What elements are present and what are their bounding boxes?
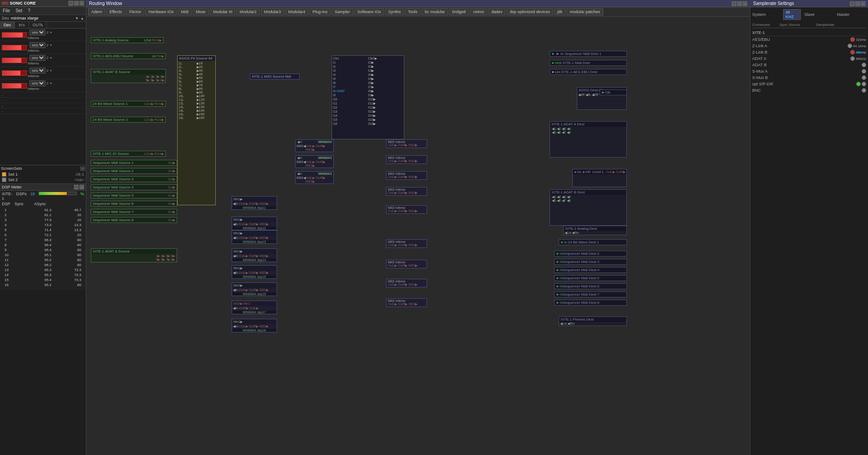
tab-outs[interactable]: OUTs (29, 22, 47, 28)
sr-opt-zlinka[interactable]: Z-Link A 44.1kHz (752, 43, 866, 49)
routing-close[interactable]: × (743, 1, 747, 6)
nav-tab-modular3[interactable]: Modular3 (261, 8, 284, 15)
minimize-btn[interactable]: _ (69, 1, 73, 5)
nav-tab-celmo[interactable]: celmo (470, 8, 487, 15)
source-adatA[interactable]: XITE-1 ADAT A Source 1▶ 2▶ 3▶ 4▶ 5▶ 6▶ 7… (91, 248, 177, 262)
node-inferno-right-7[interactable]: MIDI Inferno OutL▶ OutR▶ MIDI▶ (386, 260, 427, 268)
node-inferno-right-3[interactable]: MIDI Inferno OutL▶ OutR▶ MIDI▶ (386, 171, 427, 180)
dest-seqmidi4[interactable]: ►In Sequencer Midi Dest 4 (554, 267, 627, 273)
channel-fader-1[interactable] (2, 32, 27, 38)
routing-minimize[interactable]: _ (732, 1, 736, 6)
sr-opt-bnc[interactable]: BNC (752, 87, 866, 94)
nav-tab-modular4[interactable]: Modular4 (285, 8, 309, 15)
dest-analog[interactable]: XITE-1 Analog Dest ◀Lin ◀Rin (563, 226, 627, 235)
nav-tab-sampler[interactable]: Sampler (332, 8, 353, 15)
nav-tab-effects[interactable]: Effects (106, 8, 125, 15)
nav-tab-dsp-optimized-devices[interactable]: dsp optimized devices (506, 8, 553, 15)
dest-aesebu[interactable]: ►Lin XITE-1 AES-EBU Dest (550, 69, 627, 75)
omni-select-4[interactable]: omni (30, 68, 45, 74)
source-wave1[interactable]: 24 Bit Wave Source 1 LOut▶ ROut▶ (91, 101, 166, 107)
close-btn[interactable]: × (79, 1, 84, 5)
dest-wave1[interactable]: ►In 24 Bit Wave Dest 1 (559, 239, 627, 245)
maximize-btn[interactable]: □ (74, 1, 79, 5)
node-dsp14[interactable]: Min1▶ ◀In OutL▶ OutR▶ MIDI▶ MINIMAX dsp1… (232, 248, 277, 262)
node-dsp18[interactable]: Min1▶ ◀In OutL▶ OutR▶ MIDI▶ MINIMAX dsp1… (232, 319, 277, 332)
tab-dev[interactable]: Dev (0, 22, 15, 28)
channel-fader-4[interactable] (2, 70, 27, 76)
nav-tab-modular-iii[interactable]: Modular III (210, 8, 236, 15)
sr-rate-96[interactable]: 96kHz (856, 57, 866, 61)
sr-opt-smuxB[interactable]: S-Mux B (752, 74, 866, 81)
node-xite1midi-src[interactable]: XITE-1 MIDI Source Mdi (250, 74, 300, 79)
node-asio2fit[interactable]: ASIO2-Fit Source 64 1L▶1R 2L▶2R 3L▶3R 4L… (177, 55, 216, 205)
source-seq1[interactable]: Sequencer Midi Source 1 Out▶ (91, 160, 177, 166)
nav-tab-plug-ins[interactable]: Plug-Ins (309, 8, 331, 15)
sr-rate-441[interactable]: 44.1kHz (853, 44, 866, 48)
dest-level[interactable]: ►InL ►InR Level L OutL▶ OutR▶ (572, 169, 627, 187)
nav-tab-tools[interactable]: Tools (405, 8, 421, 15)
nav-tab-hardware-ios[interactable]: Hardware IOs (145, 8, 177, 15)
nav-tab-midi[interactable]: Midi (178, 8, 192, 15)
menu-help[interactable]: ? (27, 8, 31, 14)
dsp-meter-min[interactable]: _ (74, 185, 79, 189)
node-inferno-right-5[interactable]: MIDI Inferno OutL▶ OutR▶ MIDI▶ (386, 205, 427, 214)
source-seq8[interactable]: Sequencer Midi Source 8 Out▶ (91, 217, 177, 223)
screenset-item-1[interactable]: Set 1 Alt-1 (1, 172, 85, 177)
channel-fader-2[interactable] (2, 45, 27, 50)
nav-tab-modular-patches[interactable]: modular patches (566, 8, 603, 15)
sr-opt-adatA[interactable]: ADAT A 96kHz (752, 55, 866, 62)
dest-clk[interactable]: ►Clk (600, 89, 627, 95)
sr-opt-smuxA[interactable]: S-Mux A (752, 68, 866, 74)
node-dsp13[interactable]: Min1▶ ◀In OutL▶ OutR▶ MIDI▶ MINIMAX dsp1… (232, 230, 277, 244)
node-dsp16[interactable]: Min1▶ ◀In OutL▶ OutR▶ MIDI▶ MINIMAX dsp1… (232, 282, 277, 296)
routing-maximize[interactable]: □ (737, 1, 742, 6)
dest-seqmidi6[interactable]: ►In Sequencer Midi Dest 6 (554, 283, 627, 289)
nav-tab-bc-modular[interactable]: bc modular (422, 8, 448, 15)
menu-file[interactable]: File (2, 8, 11, 14)
sr-opt-spdif[interactable]: opt S/P-DIF (752, 81, 866, 87)
nav-tab-dadev[interactable]: dadev (488, 8, 506, 15)
sr-opt-adatB[interactable]: ADAT B (752, 62, 866, 68)
sr-max[interactable]: □ (855, 1, 860, 6)
tab-ins[interactable]: In's (15, 22, 29, 28)
nav-tab-flexor[interactable]: FleXor (126, 8, 144, 15)
dest-seqmidi1[interactable]: ► ► In Sequencer Midi Dest 1 (550, 51, 627, 57)
device-scroll-up[interactable]: ▲ (80, 16, 84, 20)
channel-fader-5[interactable] (2, 83, 27, 89)
source-seq4[interactable]: Sequencer Midi Source 4 Out▶ (91, 184, 177, 190)
node-inferno-right-1[interactable]: MIDI Inferno OutL▶ OutR▶ MIDI▶ (386, 139, 427, 148)
omni-select-1[interactable]: omni (30, 30, 45, 35)
sr-opt-aesebu[interactable]: AES/EBU 32kHz (752, 36, 866, 43)
dest-seqmidi7[interactable]: ►In Sequencer Midi Dest 7 (554, 292, 627, 297)
sr-rate-48[interactable]: 48kHz (856, 50, 866, 54)
sr-rate-32[interactable]: 32kHz (856, 38, 866, 42)
sr-min[interactable]: _ (850, 1, 854, 6)
dest-xite1midi[interactable]: ►Midi XITE-1 Midi Dest (550, 60, 627, 66)
source-seq2[interactable]: Sequencer Midi Source 2 Out▶ (91, 168, 177, 174)
node-dsp12[interactable]: Min1▶ ◀In OutL▶ OutR▶ MIDI▶ MINIMAX dsp1… (232, 217, 277, 230)
node-inferno-2[interactable]: ◀In MINIMAX MIDI◀ OutL▶ OutR▶ MIDI▶ (295, 155, 334, 168)
dest-seqmidi8[interactable]: ►In Sequencer Midi Dest 8 (554, 300, 627, 306)
omni-select-3[interactable]: omni (30, 55, 45, 61)
node-inferno-right-2[interactable]: MIDI Inferno OutL▶ OutR▶ MIDI▶ (386, 155, 427, 164)
node-dsp17[interactable]: MIDI▶ Min1 ◀In OutR▶ OutL▶ MINIMAX dsp17 (232, 301, 277, 314)
dest-seqmidi2[interactable]: ►In Sequencer Midi Dest 2 (554, 251, 627, 257)
sr-close[interactable]: × (861, 1, 865, 6)
source-adatb[interactable]: XITE-1 ADAT B Source 1▶ 2▶ 3▶ 4▶ 5▶ 6▶ 7… (91, 69, 166, 83)
node-inferno-right-6[interactable]: MIDI Inferno OutL▶ OutR▶ MIDI▶ (386, 239, 427, 248)
node-inferno-right-4[interactable]: MIDI Inferno OutL▶ OutR▶ MIDI▶ (386, 187, 427, 196)
source-seq3[interactable]: Sequencer Midi Source 3 Out▶ (91, 176, 177, 182)
omni-select-2[interactable]: omni (30, 42, 45, 48)
node-dsp11[interactable]: Min1▶ ◀In OutL▶ OutR▶ MIDI▶ MINIMAX dsp1… (232, 196, 277, 210)
dest-phones[interactable]: XITE-1 Phones Dest ◀Lin ◀Rin (559, 317, 627, 326)
nav-tab-bridge8[interactable]: bridge8 (449, 8, 469, 15)
source-seq7[interactable]: Sequencer Midi Source 7 Out▶ (91, 209, 177, 215)
nav-tab-software-ios[interactable]: Software IOs (354, 8, 384, 15)
dest-adatA[interactable]: XITE-1 ADAT A Dest ◀1 ◀2 ◀3 ◀4 ◀5 ◀6 ◀7 … (550, 121, 627, 158)
routing-canvas[interactable]: XITE-1 Analog Source LOut ROut▶ XITE-1 A… (86, 17, 750, 455)
source-wave2[interactable]: 24 Bit Wave Source 2 LOut▶ ROut▶ (91, 117, 166, 123)
source-seq5[interactable]: Sequencer Midi Source 5 Out▶ (91, 193, 177, 198)
node-inferno-right-9[interactable]: MIDI Inferno OutL▶ OutR▶ MIDI▶ (386, 298, 427, 307)
nav-tab-j9k[interactable]: j9k (554, 8, 566, 15)
nav-tab-synths[interactable]: Synths (385, 8, 404, 15)
